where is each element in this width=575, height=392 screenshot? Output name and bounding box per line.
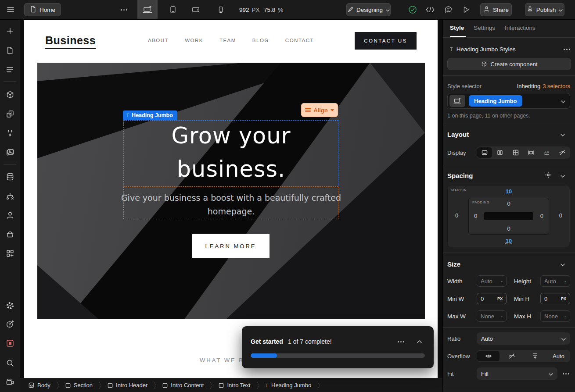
publish-dropdown[interactable]: Publish (525, 3, 564, 16)
nav-link-blog[interactable]: BLOG (252, 38, 269, 43)
breadcrumb-item-intro-content[interactable]: Intro Content (161, 382, 205, 388)
spacing-preset-icon[interactable] (545, 171, 552, 180)
pages-panel-button[interactable] (5, 46, 14, 55)
inheriting-count[interactable]: 3 selectors (543, 83, 570, 89)
nav-link-work[interactable]: WORK (185, 38, 203, 43)
pages-menu-button[interactable] (117, 3, 131, 17)
assets-panel-button[interactable] (5, 147, 14, 157)
nav-link-team[interactable]: TEAM (219, 38, 236, 43)
padding-left-value[interactable]: 0 (474, 213, 477, 219)
breadcrumb-item-intro-header[interactable]: Intro Header (106, 382, 149, 388)
margin-top-value[interactable]: 10 (447, 188, 570, 195)
breadcrumb-item-heading-jumbo[interactable]: T Heading Jumbo (264, 382, 313, 388)
create-component-button[interactable]: Create component (447, 58, 571, 70)
video-tutorials-button[interactable] (5, 378, 14, 387)
tab-style[interactable]: Style (450, 25, 464, 31)
main-menu-button[interactable] (4, 3, 18, 17)
breakpoint-phone-button[interactable] (214, 3, 228, 17)
style-token-pill[interactable]: Heading Jumbo (469, 95, 522, 107)
design-tokens-button[interactable] (5, 109, 14, 118)
styles-source-row: T Heading Jumbo Styles (447, 43, 570, 55)
preview-button[interactable] (459, 3, 473, 17)
resources-button[interactable] (5, 192, 14, 201)
spacing-editor[interactable]: MARGIN 10 10 0 0 PADDING 0 0 0 0 (447, 185, 570, 247)
collapse-size-button[interactable] (561, 261, 565, 267)
zoom-readout[interactable]: 75.8 % (264, 0, 283, 19)
breakpoint-tablet-button[interactable] (166, 3, 180, 17)
styles-menu-button[interactable] (564, 49, 570, 50)
sync-status-button[interactable] (406, 3, 420, 17)
collapse-layout-button[interactable] (561, 131, 565, 138)
display-inline-block-button[interactable] (524, 147, 539, 158)
navigator-panel-button[interactable] (5, 65, 14, 74)
breakpoint-landscape-button[interactable] (189, 3, 203, 17)
breakpoint-desktop-button[interactable] (137, 0, 158, 19)
share-button[interactable]: Share (480, 3, 512, 16)
insert-component-button[interactable] (5, 26, 14, 36)
search-button[interactable] (5, 358, 14, 367)
overflow-hidden-button[interactable] (500, 351, 523, 361)
nav-link-contact[interactable]: CONTACT (285, 38, 314, 43)
marketplace-drops-button[interactable] (5, 128, 14, 138)
padding-top-value[interactable]: 0 (469, 200, 549, 207)
padding-bottom-value[interactable]: 0 (469, 225, 549, 232)
display-grid-button[interactable] (508, 147, 523, 158)
spacing-section-title: Spacing (447, 172, 473, 179)
code-icon (426, 7, 435, 13)
home-page-button[interactable]: Home (24, 3, 61, 16)
margin-right-value[interactable]: 0 (559, 212, 562, 219)
display-none-button[interactable] (555, 147, 570, 158)
nav-link-about[interactable]: ABOUT (148, 38, 169, 43)
contact-us-button[interactable]: CONTACT US (355, 32, 417, 50)
overflow-auto-button[interactable]: Auto (547, 351, 570, 361)
fit-dropdown[interactable]: Fill (477, 367, 557, 380)
display-inline-button[interactable]: AA (539, 147, 554, 158)
overflow-visible-button[interactable] (477, 351, 500, 361)
marketplace-button[interactable] (5, 229, 14, 239)
height-input[interactable]: Auto- (540, 275, 570, 287)
mode-dropdown[interactable]: Designing (346, 3, 391, 16)
breadcrumb-item-body[interactable]: Body (27, 382, 52, 388)
toast-menu-button[interactable] (395, 337, 407, 346)
code-view-button[interactable] (423, 3, 437, 17)
chevron-down-icon[interactable] (561, 98, 565, 104)
collaborators-button[interactable] (5, 210, 14, 220)
selection-label[interactable]: T Heading Jumbo (123, 110, 177, 120)
max-width-input[interactable]: None- (477, 310, 507, 322)
progress-fill (251, 353, 277, 358)
padding-editor[interactable]: PADDING 0 0 0 0 (468, 198, 549, 235)
breadcrumb-item-intro-text[interactable]: Intro Text (217, 382, 252, 388)
learn-more-button[interactable]: LEARN MORE (192, 234, 270, 258)
onboarding-progress-bar (251, 353, 425, 358)
padding-right-value[interactable]: 0 (540, 213, 543, 219)
display-block-button[interactable] (477, 147, 492, 158)
settings-button[interactable] (5, 301, 14, 310)
style-source-input[interactable]: Heading Jumbo (447, 93, 570, 109)
components-panel-button[interactable] (5, 90, 14, 99)
help-button[interactable] (5, 319, 14, 328)
width-input[interactable]: Auto- (477, 275, 507, 287)
toast-collapse-button[interactable] (413, 337, 425, 346)
comments-button[interactable] (441, 3, 455, 17)
margin-bottom-value[interactable]: 10 (447, 238, 570, 244)
ratio-dropdown[interactable]: Auto (477, 332, 570, 345)
margin-left-value[interactable]: 0 (455, 212, 458, 219)
fit-menu-button[interactable] (563, 373, 569, 374)
display-flex-button[interactable] (493, 147, 508, 158)
canvas-width-readout[interactable]: 992 PX (239, 0, 260, 19)
align-dropdown-button[interactable]: Align (301, 103, 338, 117)
site-page[interactable]: Business ABOUT WORK TEAM BLOG CONTACT CO… (24, 19, 438, 378)
tab-interactions[interactable]: Interactions (505, 25, 535, 31)
apps-extensions-button[interactable] (5, 249, 14, 258)
min-height-input[interactable]: 0PX (540, 293, 570, 304)
tab-settings[interactable]: Settings (474, 25, 495, 31)
breakpoint-indicator-button[interactable] (449, 95, 465, 107)
collapse-spacing-button[interactable] (561, 172, 565, 179)
canvas-width-unit: PX (252, 7, 260, 13)
record-button[interactable] (5, 339, 14, 348)
max-height-input[interactable]: None- (540, 310, 570, 322)
data-sources-button[interactable] (5, 172, 14, 181)
breadcrumb-item-section[interactable]: Section (64, 382, 94, 388)
overflow-scroll-button[interactable] (524, 351, 546, 361)
min-width-input[interactable]: 0PX (477, 293, 507, 304)
